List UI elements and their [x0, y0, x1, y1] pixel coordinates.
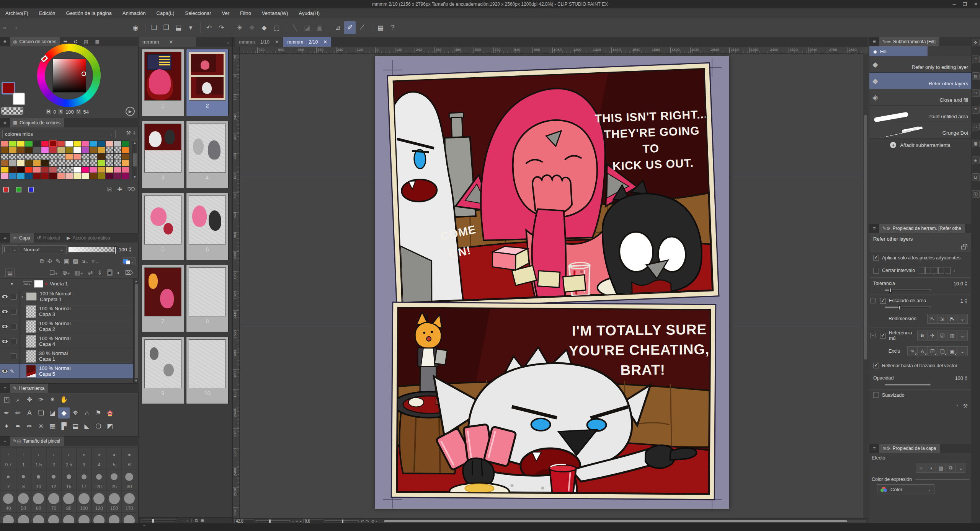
panel-menu-icon[interactable]: ≡ [869, 444, 879, 453]
subtool-item[interactable]: Paint unfilled area [869, 106, 971, 122]
undo-button[interactable]: ↶ [203, 21, 215, 34]
tab-tool-property[interactable]: ✎⚙ Propiedad de herram. [Refer othe [879, 224, 965, 233]
brush-size-cell[interactable]: 120 [91, 491, 107, 513]
resize-mode-2[interactable]: ⇲ [938, 314, 947, 323]
brush-size-cell[interactable]: 80 [61, 491, 77, 513]
brush-size-cell[interactable]: 15 [61, 469, 77, 491]
color-swatch[interactable] [57, 147, 65, 153]
interval-step-box[interactable] [925, 267, 931, 274]
color-swatch[interactable] [1, 160, 9, 166]
visibility-eye-icon[interactable] [2, 309, 8, 314]
color-swatch[interactable] [121, 166, 129, 173]
interval-step-box[interactable] [945, 267, 951, 274]
decoration-tool[interactable]: ⌂ [81, 407, 93, 419]
register-initial-settings-icon[interactable]: ◔ [955, 403, 958, 409]
new-vector-layer-icon[interactable]: ⊚₊ [62, 269, 70, 276]
effect-none-icon[interactable]: ○ [916, 463, 926, 472]
pen-tool[interactable]: ✒ [1, 407, 12, 419]
layer-row[interactable]: ✎ › 100 % Normal Carpeta 1 [0, 289, 133, 304]
subtool-item[interactable]: ◈ Close and fill [869, 89, 971, 106]
canvas-vertical-scrollbar[interactable] [863, 54, 868, 518]
canvas-viewport[interactable]: THIS ISN'T RIGHT... THEY'RE GOING TO KIC… [240, 54, 863, 518]
page-thumbnail[interactable]: 4 [186, 121, 229, 188]
new-file-button[interactable]: ❏ [148, 21, 160, 34]
color-swatch[interactable] [9, 140, 17, 147]
brush-size-cell[interactable]: 100 [77, 491, 92, 513]
invert-selection-button[interactable]: ◆ [258, 21, 270, 34]
saturation-value-square[interactable] [52, 59, 86, 93]
delete-layer-icon[interactable]: ⌦ [125, 269, 133, 276]
brush-size-cell[interactable]: 30 [122, 469, 137, 491]
color-swatch[interactable] [73, 160, 81, 166]
color-swatch[interactable] [41, 140, 49, 147]
pencil-tool[interactable]: ✏ [12, 407, 24, 419]
color-swatch[interactable] [121, 153, 129, 160]
area-scaling-checkbox[interactable] [880, 298, 886, 304]
color-swatch[interactable] [73, 173, 81, 179]
tab-intermediate-color[interactable]: ▦ [92, 37, 103, 46]
layer-list-view-icon[interactable]: ▤ [5, 269, 15, 277]
dock-3d-material-icon[interactable]: ▣ [972, 140, 980, 147]
tab-subtool[interactable]: ✎≔ Subherramienta [Fill] [879, 37, 939, 46]
zoom-input[interactable]: 42.8 [234, 519, 254, 523]
tone-icon[interactable]: ✣ [47, 258, 52, 265]
eyedropper-tool[interactable]: ✑ [35, 394, 47, 405]
zoom-tool[interactable]: ⌕ [12, 394, 24, 405]
tab-auto-action[interactable]: ▶ Acción automática [64, 233, 114, 243]
color-swatch[interactable] [17, 147, 25, 153]
color-swatch[interactable] [113, 160, 121, 166]
layer-scrollbar[interactable]: ▲ ▼ [133, 279, 139, 383]
brush-size-cell[interactable]: 4 [91, 447, 107, 469]
fill-tool-selected[interactable]: ◆ [58, 407, 70, 419]
layer-thumbnail[interactable] [26, 350, 36, 363]
redo-button[interactable]: ↷ [216, 21, 227, 34]
color-swatch[interactable] [81, 166, 89, 173]
color-swatch[interactable] [89, 153, 97, 160]
add-color-icon[interactable]: ✚ [117, 186, 122, 193]
layer-row[interactable]: ✎ › 100 % Normal Capa 3 [0, 304, 133, 319]
airbrush-tool[interactable]: ✵ [70, 407, 81, 419]
area-scaling-value[interactable]: 1 [960, 298, 963, 304]
color-swatch[interactable] [121, 173, 129, 179]
dock-downloads-icon[interactable]: ◈ [972, 156, 980, 164]
rotation-input[interactable]: 0.0 [303, 519, 323, 523]
grid-mode-icon[interactable]: ⊞ [201, 518, 204, 523]
ref-folder[interactable]: ▥ [947, 331, 957, 340]
edit-color-set-icon[interactable]: ⚒ [126, 130, 131, 136]
color-swatch[interactable] [49, 153, 57, 160]
color-swatch[interactable] [25, 166, 33, 173]
new-folder-icon[interactable]: ▥₊ [75, 269, 83, 276]
scroll-up-icon[interactable]: ▲ [133, 141, 137, 145]
color-swatch[interactable] [17, 153, 25, 160]
layer-thumbnail[interactable] [26, 292, 37, 301]
green-swatch[interactable] [16, 187, 21, 192]
spinner[interactable]: ▲▼ [964, 298, 968, 304]
secondary-color-swatch[interactable] [13, 93, 25, 105]
blue-swatch[interactable] [28, 187, 34, 192]
dock-tray-icon[interactable]: ⊔ [972, 173, 980, 181]
color-swatch[interactable] [89, 147, 97, 153]
rect-tool-disabled[interactable]: ▣ [314, 21, 325, 34]
pencil2-tool[interactable]: ✏ [24, 421, 35, 432]
clip-studio-logo-button[interactable]: ◉ [130, 21, 141, 34]
tab-brush-size[interactable]: ✎◎ Tamaño del pincel [10, 437, 64, 446]
color-swatch[interactable] [105, 173, 113, 179]
tab-approx-color[interactable]: ▤ [81, 37, 92, 46]
color-swatch[interactable] [33, 173, 41, 179]
brush-size-cell[interactable]: 17 [77, 469, 92, 491]
effect-tool[interactable]: ✦ [1, 421, 12, 432]
line-tool-disabled[interactable]: ╲ [289, 21, 301, 34]
import-color-set-icon[interactable]: ⤓ [133, 130, 136, 136]
zoom-slider[interactable] [256, 520, 290, 522]
color-swatch[interactable] [25, 147, 33, 153]
close-icon[interactable]: ✕ [275, 39, 279, 45]
dock-quick-access-icon[interactable]: ❖ [972, 39, 980, 46]
color-swatch[interactable] [81, 153, 89, 160]
layer-row[interactable]: ✎ › 100 % Normal Capa 4 [0, 334, 133, 349]
tolerance-slider[interactable] [885, 289, 931, 291]
color-swatch[interactable] [57, 173, 65, 179]
shape-tool-disabled[interactable]: ◪ [301, 21, 313, 34]
brush-size-cell[interactable]: 70 [46, 491, 62, 513]
color-swatch[interactable] [97, 147, 105, 153]
brush-size-cell[interactable]: 2.5 [61, 447, 77, 469]
